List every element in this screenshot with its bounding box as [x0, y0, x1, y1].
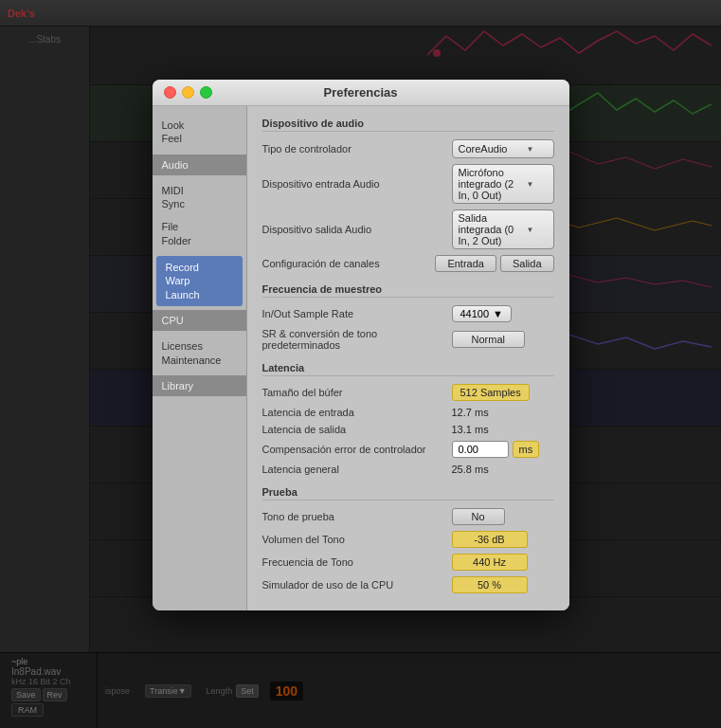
- sidebar-item-look-feel[interactable]: LookFeel: [153, 114, 246, 151]
- value-tipo-controlador: CoreAudio ▼: [452, 139, 554, 158]
- sidebar-item-file-folder[interactable]: FileFolder: [153, 215, 246, 252]
- sidebar-item-licenses[interactable]: LicensesMaintenance: [153, 335, 246, 372]
- row-tipo-controlador: Tipo de controlador CoreAudio ▼: [262, 139, 554, 158]
- window-titlebar: Preferencias: [153, 80, 569, 106]
- value-config-canales: Entrada Salida: [435, 255, 553, 272]
- maximize-button[interactable]: [200, 86, 212, 99]
- label-compensacion: Compensación error de controlador: [262, 444, 452, 455]
- prefs-sidebar: LookFeel Audio MIDISync FileFolder Recor…: [153, 106, 247, 610]
- label-buffer: Tamaño del búfer: [262, 387, 452, 398]
- dropdown-sample-rate[interactable]: 44100 ▼: [452, 305, 512, 322]
- ms-badge: ms: [513, 441, 540, 458]
- row-latencia-entrada: Latencia de entrada 12.7 ms: [262, 407, 554, 418]
- buffer-value: 512 Samples: [452, 384, 530, 401]
- row-buffer: Tamaño del búfer 512 Samples: [262, 384, 554, 401]
- row-volumen-tono: Volumen del Tono -36 dB: [262, 531, 554, 548]
- window-title: Preferencias: [323, 85, 397, 100]
- row-simulador-cpu: Simulador de uso de la CPU 50 %: [262, 576, 554, 593]
- dropdown-arrow-icon-3: ▼: [527, 226, 534, 234]
- sidebar-item-record-launch[interactable]: RecordWarpLaunch: [156, 256, 243, 306]
- sidebar-item-midi-sync[interactable]: MIDISync: [153, 179, 246, 216]
- close-button[interactable]: [164, 86, 176, 99]
- label-latencia-general: Latencia general: [262, 464, 452, 475]
- value-sr-conversion: Normal: [452, 331, 554, 348]
- row-config-canales: Configuración de canales Entrada Salida: [262, 255, 554, 272]
- window-controls: [164, 86, 212, 99]
- row-sr-conversion: SR & conversión de tono predeterminados …: [262, 328, 554, 351]
- label-sr-conversion: SR & conversión de tono predeterminados: [262, 328, 452, 351]
- preferences-window: Preferencias LookFeel Audio MIDISync Fil…: [153, 80, 569, 610]
- label-config-canales: Configuración de canales: [262, 258, 436, 269]
- sr-dropdown-arrow-icon: ▼: [493, 308, 503, 319]
- salida-button[interactable]: Salida: [500, 255, 554, 272]
- value-dispositivo-entrada: Micrófono integrado (2 In, 0 Out) ▼: [452, 164, 554, 204]
- sidebar-item-audio[interactable]: Audio: [153, 155, 246, 175]
- label-dispositivo-salida: Dispositivo salida Audio: [262, 224, 452, 235]
- label-tipo-controlador: Tipo de controlador: [262, 143, 452, 155]
- dropdown-dispositivo-entrada[interactable]: Micrófono integrado (2 In, 0 Out) ▼: [452, 164, 554, 204]
- value-simulador-cpu: 50 %: [452, 576, 554, 593]
- row-latencia-salida: Latencia de salida 13.1 ms: [262, 424, 554, 435]
- compensacion-input[interactable]: [452, 441, 509, 458]
- minimize-button[interactable]: [182, 86, 194, 99]
- value-latencia-general: 25.8 ms: [452, 464, 554, 475]
- value-sample-rate: 44100 ▼: [452, 305, 554, 322]
- entrada-button[interactable]: Entrada: [435, 255, 496, 272]
- label-frecuencia-tono: Frecuencia de Tono: [262, 556, 452, 568]
- normal-button[interactable]: Normal: [452, 331, 525, 348]
- row-compensacion: Compensación error de controlador ms: [262, 441, 554, 458]
- section-latencia: Latencia: [262, 362, 554, 376]
- value-frecuencia-tono: 440 Hz: [452, 554, 554, 571]
- sidebar-item-library[interactable]: Library: [153, 375, 246, 396]
- label-latencia-salida: Latencia de salida: [262, 424, 452, 435]
- prefs-content: Dispositivo de audio Tipo de controlador…: [247, 106, 569, 610]
- value-buffer: 512 Samples: [452, 384, 554, 401]
- error-comp-row: ms: [452, 441, 554, 458]
- label-simulador-cpu: Simulador de uso de la CPU: [262, 579, 452, 591]
- section-prueba: Prueba: [262, 486, 554, 500]
- latencia-entrada-value: 12.7 ms: [452, 407, 489, 418]
- label-sample-rate: In/Out Sample Rate: [262, 308, 452, 319]
- section-frecuencia: Frecuencia de muestreo: [262, 283, 554, 298]
- frecuencia-tono-value: 440 Hz: [452, 554, 528, 571]
- label-tono-prueba: Tono de prueba: [262, 511, 452, 522]
- value-volumen-tono: -36 dB: [452, 531, 554, 548]
- simulador-cpu-value: 50 %: [452, 576, 528, 593]
- dropdown-dispositivo-salida[interactable]: Salida integrada (0 In, 2 Out) ▼: [452, 209, 554, 249]
- value-latencia-salida: 13.1 ms: [452, 424, 554, 435]
- prefs-body: LookFeel Audio MIDISync FileFolder Recor…: [153, 106, 569, 610]
- dropdown-tipo-controlador[interactable]: CoreAudio ▼: [452, 139, 554, 158]
- row-dispositivo-salida: Dispositivo salida Audio Salida integrad…: [262, 209, 554, 249]
- label-latencia-entrada: Latencia de entrada: [262, 407, 452, 418]
- row-frecuencia-tono: Frecuencia de Tono 440 Hz: [262, 554, 554, 571]
- value-compensacion: ms: [452, 441, 554, 458]
- value-latencia-entrada: 12.7 ms: [452, 407, 554, 418]
- row-dispositivo-entrada: Dispositivo entrada Audio Micrófono inte…: [262, 164, 554, 204]
- row-latencia-general: Latencia general 25.8 ms: [262, 464, 554, 475]
- section-audio-device: Dispositivo de audio: [262, 118, 554, 132]
- row-tono-prueba: Tono de prueba No: [262, 508, 554, 525]
- label-dispositivo-entrada: Dispositivo entrada Audio: [262, 178, 452, 190]
- latencia-salida-value: 13.1 ms: [452, 424, 489, 435]
- latencia-general-value: 25.8 ms: [452, 464, 489, 475]
- value-dispositivo-salida: Salida integrada (0 In, 2 Out) ▼: [452, 209, 554, 249]
- dropdown-arrow-icon-2: ▼: [527, 180, 534, 189]
- channel-buttons: Entrada Salida: [435, 255, 553, 272]
- label-volumen-tono: Volumen del Tono: [262, 534, 452, 545]
- sidebar-item-cpu[interactable]: CPU: [153, 310, 246, 331]
- row-sample-rate: In/Out Sample Rate 44100 ▼: [262, 305, 554, 322]
- modal-overlay: Preferencias LookFeel Audio MIDISync Fil…: [0, 0, 721, 728]
- value-tono-prueba: No: [452, 508, 554, 525]
- no-button[interactable]: No: [452, 508, 505, 525]
- volumen-tono-value: -36 dB: [452, 531, 528, 548]
- dropdown-arrow-icon: ▼: [527, 145, 534, 154]
